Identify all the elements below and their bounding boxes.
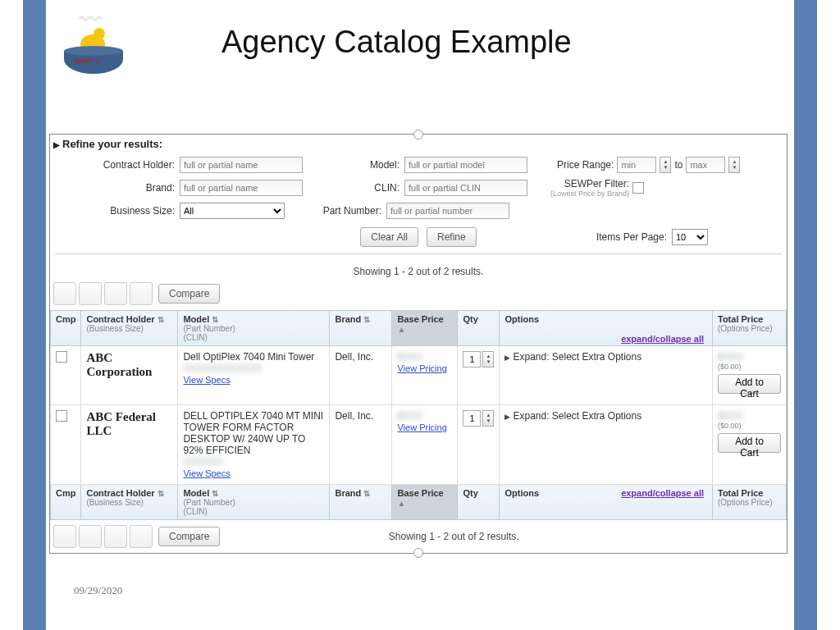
input-price-min[interactable] <box>617 157 656 173</box>
label-sewper: SEWPer Filter: <box>550 178 629 189</box>
spinner-price-min[interactable]: ▲▼ <box>660 157 671 173</box>
label-clin: CLIN: <box>349 182 399 194</box>
catalog-panel: Refine your results: Contract Holder: Mo… <box>49 134 788 554</box>
model-text: Dell OptiPlex 7040 Mini Tower <box>183 351 324 363</box>
input-contract-holder[interactable] <box>180 157 303 173</box>
table-row: ABC Federal LLC DELL OPTIPLEX 7040 MT MI… <box>51 405 787 485</box>
label-price-range: Price Range: <box>557 159 614 171</box>
redacted-total: $XXX <box>718 351 781 363</box>
col-contract-holder[interactable]: Contract Holder ⇅(Business Size) <box>81 485 178 520</box>
select-business-size[interactable]: All <box>180 203 285 219</box>
qty-input[interactable] <box>463 351 481 368</box>
compare-checkbox[interactable] <box>56 410 67 422</box>
brand-text: Dell, Inc. <box>330 405 392 485</box>
input-brand[interactable] <box>180 180 303 196</box>
input-model[interactable] <box>404 157 527 173</box>
label-model: Model: <box>349 159 399 171</box>
label-items-per-page: Items Per Page: <box>596 231 667 243</box>
options-price: ($0.00) <box>718 422 781 430</box>
compare-slot[interactable] <box>79 282 102 305</box>
slide-border-right <box>794 0 817 630</box>
view-pricing-link[interactable]: View Pricing <box>397 422 446 432</box>
col-contract-holder[interactable]: Contract Holder ⇅(Business Size) <box>81 311 178 346</box>
expand-collapse-all-bottom[interactable]: expand/collapse all <box>621 488 704 498</box>
expand-collapse-all-top[interactable]: expand/collapse all <box>621 334 704 344</box>
compare-slot[interactable] <box>104 525 127 548</box>
col-base-price[interactable]: Base Price ▲ <box>392 485 458 520</box>
col-model[interactable]: Model ⇅(Part Number)(CLIN) <box>178 485 330 520</box>
redacted-price: $XXX <box>397 351 452 363</box>
compare-button-bottom[interactable]: Compare <box>158 527 220 546</box>
checkbox-sewper[interactable] <box>632 182 644 194</box>
clear-all-button[interactable]: Clear All <box>360 227 418 247</box>
compare-slot[interactable] <box>104 282 127 305</box>
label-part-number: Part Number: <box>304 205 381 217</box>
col-base-price[interactable]: Base Price ▲ <box>392 311 458 346</box>
redacted-text: XXXXXXXXXXXX <box>183 363 324 374</box>
label-business-size: Business Size: <box>55 205 175 217</box>
compare-slot[interactable] <box>130 525 153 548</box>
qty-spinner[interactable]: ▲▼ <box>482 410 494 427</box>
label-contract-holder: Contract Holder: <box>55 159 175 171</box>
logo-label: SEWP V <box>74 57 99 65</box>
col-total-price: Total Price(Options Price) <box>713 311 787 346</box>
redacted-total: $XXX <box>718 410 781 422</box>
input-price-max[interactable] <box>686 157 725 173</box>
input-part-number[interactable] <box>386 203 509 219</box>
input-clin[interactable] <box>404 180 527 196</box>
label-to: to <box>674 159 682 171</box>
add-to-cart-button[interactable]: Add to Cart <box>718 374 781 394</box>
col-brand[interactable]: Brand ⇅ <box>330 311 392 346</box>
qty-input[interactable] <box>463 410 481 427</box>
slide-title: Agency Catalog Example <box>221 25 572 60</box>
vendor-name: ABC Federal LLC <box>86 410 172 438</box>
model-text: DELL OPTIPLEX 7040 MT MINI TOWER FORM FA… <box>183 410 324 456</box>
sewp-logo: 〰 SEWP V <box>57 10 131 84</box>
results-table: Cmp Contract Holder ⇅(Business Size) Mod… <box>50 310 787 520</box>
brand-text: Dell, Inc. <box>330 346 392 405</box>
compare-slot[interactable] <box>130 282 153 305</box>
refine-button[interactable]: Refine <box>427 227 477 247</box>
slide-date: 09/29/2020 <box>74 584 122 597</box>
compare-checkbox[interactable] <box>56 351 67 363</box>
compare-slot[interactable] <box>79 525 102 548</box>
expand-options[interactable]: Expand: Select Extra Options <box>504 351 641 363</box>
view-pricing-link[interactable]: View Pricing <box>397 363 446 373</box>
slide-border-left <box>23 0 46 630</box>
hint-sewper: (Lowest Price by Brand) <box>550 189 629 198</box>
col-qty: Qty <box>458 311 500 346</box>
qty-spinner[interactable]: ▲▼ <box>482 351 494 368</box>
col-cmp[interactable]: Cmp <box>51 311 81 346</box>
options-price: ($0.00) <box>718 363 781 371</box>
col-options: Optionsexpand/collapse all <box>500 311 713 346</box>
compare-button-top[interactable]: Compare <box>158 284 220 304</box>
view-specs-link[interactable]: View Specs <box>183 375 230 385</box>
add-to-cart-button[interactable]: Add to Cart <box>718 433 781 453</box>
resize-handle-bottom[interactable] <box>413 548 423 558</box>
redacted-price: $XXX <box>397 410 452 422</box>
resize-handle-top[interactable] <box>413 130 423 139</box>
compare-slot[interactable] <box>53 525 76 548</box>
col-cmp[interactable]: Cmp <box>51 485 81 520</box>
spinner-price-max[interactable]: ▲▼ <box>728 157 740 173</box>
col-options: Optionsexpand/collapse all <box>500 485 713 520</box>
showing-text-bottom: Showing 1 - 2 out of 2 results. <box>222 531 783 542</box>
compare-slot[interactable] <box>53 282 76 305</box>
expand-options[interactable]: Expand: Select Extra Options <box>504 410 641 422</box>
col-qty: Qty <box>458 485 500 520</box>
label-brand: Brand: <box>55 182 175 194</box>
col-brand[interactable]: Brand ⇅ <box>330 485 392 520</box>
view-specs-link[interactable]: View Specs <box>183 468 230 478</box>
select-items-per-page[interactable]: 10 <box>672 229 708 245</box>
vendor-name: ABC Corporation <box>86 351 172 379</box>
showing-text-top: Showing 1 - 2 out of 2 results. <box>50 259 787 282</box>
col-total-price: Total Price(Options Price) <box>713 485 787 520</box>
redacted-text: XXXXXX <box>183 456 324 468</box>
table-row: ABC Corporation Dell OptiPlex 7040 Mini … <box>51 346 787 405</box>
col-model[interactable]: Model ⇅(Part Number)(CLIN) <box>178 311 330 346</box>
